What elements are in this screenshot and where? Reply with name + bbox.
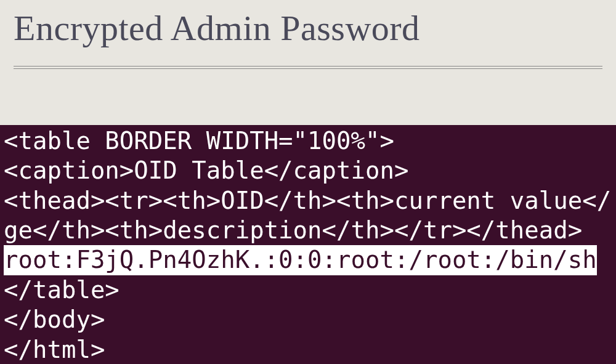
code-line-8: </html> (4, 335, 612, 364)
code-line-3: <thead><tr><th>OID</th><th>current value… (4, 186, 612, 216)
code-line-6: </table> (4, 275, 612, 305)
code-line-4: ge</th><th>description</th></tr></thead> (4, 216, 612, 245)
code-line-1: <table BORDER WIDTH="100%"> (4, 126, 612, 156)
code-block: <table BORDER WIDTH="100%"> <caption>OID… (0, 125, 616, 364)
highlighted-passwd-entry[interactable]: root:F3jQ.Pn4OzhK.:0:0:root:/root:/bin/s… (4, 245, 597, 275)
code-line-7: </body> (4, 305, 612, 334)
code-line-5-highlighted: root:F3jQ.Pn4OzhK.:0:0:root:/root:/bin/s… (4, 245, 612, 275)
slide-title: Encrypted Admin Password (0, 0, 616, 49)
code-line-2: <caption>OID Table</caption> (4, 156, 612, 185)
title-divider (14, 66, 602, 69)
